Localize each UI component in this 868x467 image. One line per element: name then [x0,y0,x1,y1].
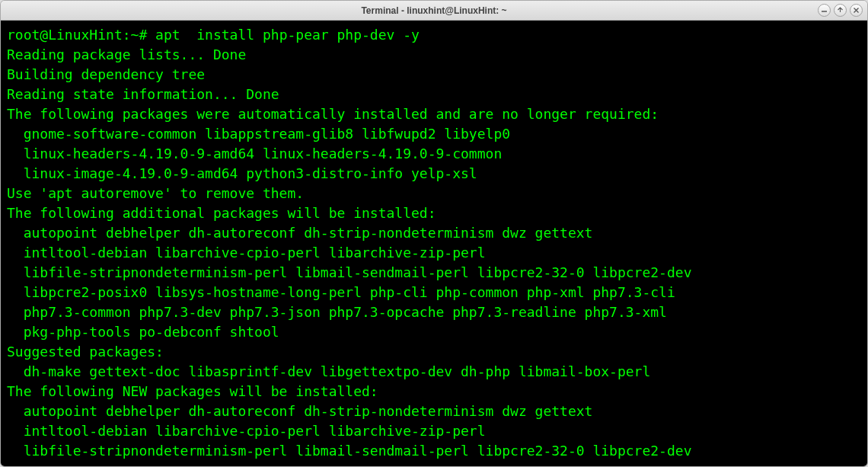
shell-command: apt install php-pear php-dev -y [155,27,420,43]
terminal-content: root@LinuxHint:~# apt install php-pear p… [7,25,861,461]
terminal-body[interactable]: root@LinuxHint:~# apt install php-pear p… [1,21,867,466]
close-button[interactable] [850,4,863,17]
minimize-button[interactable] [818,4,831,17]
maximize-button[interactable] [834,4,847,17]
window-controls [818,4,863,17]
shell-prompt: root@LinuxHint:~# [7,27,155,43]
shell-output: Reading package lists... Done Building d… [7,46,691,459]
maximize-icon [837,7,844,14]
minimize-icon [821,7,828,14]
window-titlebar: Terminal - linuxhint@LinuxHint: ~ [1,1,867,21]
window-title: Terminal - linuxhint@LinuxHint: ~ [5,5,863,16]
close-icon [853,7,860,14]
